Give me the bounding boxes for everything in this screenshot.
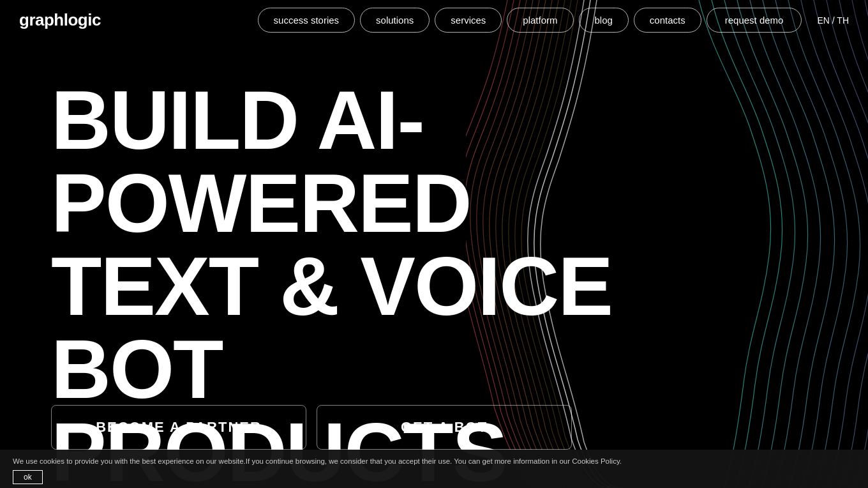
- hero-line-1: BUILD AI-POWERED: [51, 73, 471, 250]
- cta-row: BECOME A PARTNER GET A BOT: [0, 405, 868, 450]
- nav-contacts[interactable]: contacts: [634, 8, 701, 33]
- cookie-ok-button[interactable]: ok: [13, 470, 43, 484]
- nav-solutions[interactable]: solutions: [360, 8, 430, 33]
- nav-request-demo[interactable]: request demo: [707, 8, 802, 33]
- cookie-banner: We use cookies to provide you with the b…: [0, 450, 868, 488]
- get-bot-button[interactable]: GET A BOT: [317, 405, 572, 450]
- nav-success-stories[interactable]: success stories: [258, 8, 355, 33]
- hero-line-2: TEXT & VOICE BOT: [51, 240, 612, 416]
- logo[interactable]: graphlogic: [19, 10, 101, 30]
- cookie-text: We use cookies to provide you with the b…: [13, 456, 855, 466]
- nav-platform[interactable]: platform: [507, 8, 573, 33]
- navbar: graphlogic success stories solutions ser…: [0, 0, 868, 40]
- become-partner-button[interactable]: BECOME A PARTNER: [51, 405, 306, 450]
- nav-blog[interactable]: blog: [579, 8, 629, 33]
- nav-services[interactable]: services: [435, 8, 502, 33]
- language-switcher[interactable]: EN / TH: [817, 15, 849, 26]
